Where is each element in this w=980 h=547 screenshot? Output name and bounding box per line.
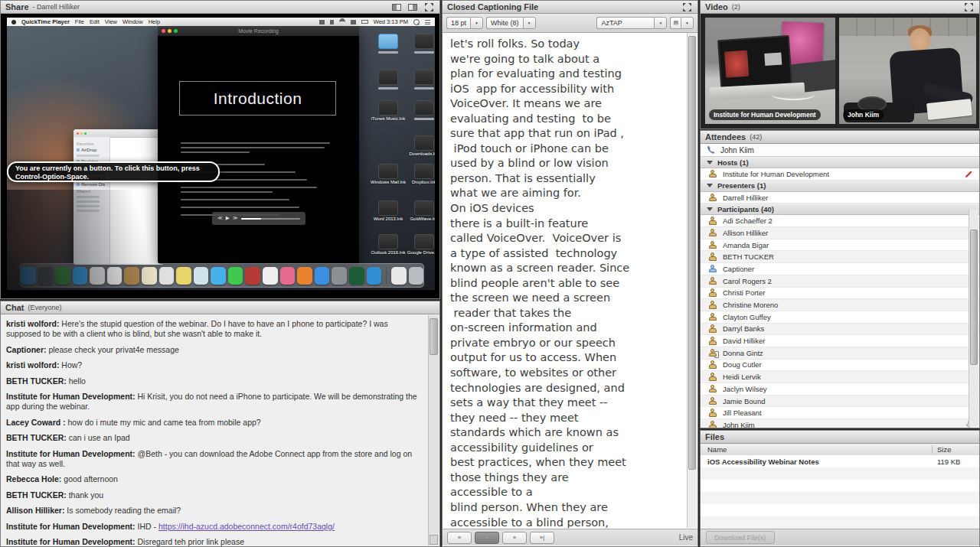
- files-column-headers[interactable]: Name Size: [701, 444, 979, 456]
- attendee-row[interactable]: Jamie Bound: [701, 396, 979, 408]
- desktop-shortcut[interactable]: [407, 70, 435, 90]
- video-fullscreen-button[interactable]: [962, 2, 975, 11]
- cc-pod-header[interactable]: Closed Captioning File: [443, 1, 697, 14]
- cc-fullscreen-button[interactable]: [681, 2, 693, 11]
- green-grid-app-icon[interactable]: [55, 267, 70, 285]
- movie-window-titlebar[interactable]: Movie Recording: [158, 26, 359, 36]
- attendee-row[interactable]: Darrell Hilliker: [701, 192, 979, 204]
- photos-pinwheel-icon[interactable]: [263, 267, 278, 285]
- color-scheme-dropdown[interactable]: White (8) ▼: [486, 17, 536, 29]
- video-pod-header[interactable]: Video (2): [701, 1, 979, 14]
- excel-icon[interactable]: [349, 267, 364, 285]
- attendee-row[interactable]: Adi Schaeffer 2: [701, 215, 979, 227]
- attendee-group-header[interactable]: Participants (40): [701, 203, 979, 215]
- desktop-shortcut[interactable]: GoldWave.lnk: [407, 200, 435, 221]
- zoom-window-icon[interactable]: [84, 132, 87, 135]
- attendee-row[interactable]: David Hilliker: [701, 335, 979, 347]
- quicktime-icon[interactable]: [367, 267, 382, 285]
- download-files-button[interactable]: Download File(s): [706, 531, 775, 544]
- attendee-row[interactable]: Heidi Lervik: [701, 371, 979, 383]
- font-size-dropdown[interactable]: 18 pt ▼: [446, 17, 483, 29]
- textedit-icon[interactable]: [159, 267, 175, 285]
- attendee-row[interactable]: Clayton Guffey: [701, 311, 979, 324]
- chat-scrollbar-thumb[interactable]: [430, 318, 438, 355]
- desktop-shortcut[interactable]: [407, 100, 435, 120]
- launchpad-icon[interactable]: [38, 267, 54, 285]
- attendee-row[interactable]: Jill Pleasant: [701, 407, 979, 419]
- desktop-shortcut[interactable]: [371, 70, 406, 90]
- attendee-row[interactable]: Christi Porter: [701, 288, 979, 300]
- share-fullscreen-button[interactable]: [423, 2, 435, 11]
- apple-menu-icon[interactable]: [11, 20, 16, 24]
- spotlight-search-icon[interactable]: [413, 19, 420, 25]
- volume-icon[interactable]: [351, 20, 356, 24]
- maps-icon[interactable]: [194, 267, 209, 285]
- finder-icon[interactable]: [21, 267, 36, 285]
- notes-icon[interactable]: [142, 267, 157, 285]
- attendees-pod-header[interactable]: Attendees (42): [701, 131, 979, 144]
- desktop-shortcut[interactable]: [407, 34, 435, 54]
- messages-icon[interactable]: [211, 267, 226, 285]
- system-preferences-icon[interactable]: [332, 267, 347, 285]
- attendee-row[interactable]: Doug Cutler: [701, 360, 979, 372]
- file-row[interactable]: iOS Accessibility Webinar Notes 119 KB: [701, 455, 979, 467]
- chat-scrollbar[interactable]: [428, 315, 439, 545]
- photos-app-icon[interactable]: [90, 267, 105, 285]
- calendar-icon[interactable]: [107, 267, 122, 285]
- movie-recording-window[interactable]: Movie Recording Introduction ≪ ▶ ≫: [158, 26, 359, 264]
- cc-next-button[interactable]: »: [502, 532, 527, 544]
- chat-scrollbar-down-button[interactable]: [430, 535, 438, 545]
- desktop-shortcut[interactable]: Google Drive.lnk: [407, 234, 435, 255]
- close-window-icon[interactable]: [77, 132, 79, 135]
- cc-scrollbar-thumb[interactable]: [688, 36, 696, 470]
- desktop-shortcut[interactable]: Windows Mail.lnk: [371, 164, 406, 184]
- playback-controls[interactable]: ≪ ▶ ≫: [212, 212, 305, 225]
- stickies-icon[interactable]: [176, 267, 191, 285]
- chat-pod-header[interactable]: Chat (Everyone): [1, 301, 439, 314]
- attendees-scrollbar-thumb[interactable]: [970, 230, 978, 365]
- menu-item-help[interactable]: Help: [149, 18, 160, 25]
- menu-quicktime[interactable]: QuickTime Player: [21, 18, 70, 25]
- active-speaker-row[interactable]: John Kiim: [701, 144, 979, 157]
- attendee-row[interactable]: Carol Rogers 2: [701, 275, 979, 288]
- desktop-shortcut[interactable]: Outlook 2016.lnk: [371, 234, 406, 255]
- menu-item-edit[interactable]: Edit: [90, 18, 100, 25]
- chat-link[interactable]: https://ihd-azucd.adobeconnect.com/r4ofd…: [158, 522, 335, 531]
- attendee-group-header[interactable]: Presenters (1): [701, 181, 979, 192]
- desktop-shortcut[interactable]: [371, 34, 406, 54]
- document-icon[interactable]: [391, 267, 407, 285]
- finder-window[interactable]: FavoritesAirDropDesktopDocumentsDownload…: [74, 129, 164, 265]
- desktop-shortcut[interactable]: Dropbox.lnk: [407, 164, 435, 184]
- ibooks-icon[interactable]: [297, 267, 312, 285]
- finder-sidebar-item[interactable]: Remote Dis: [77, 182, 109, 187]
- bluetooth-icon[interactable]: [330, 20, 334, 24]
- game-center-icon[interactable]: [245, 267, 260, 285]
- menu-item-view[interactable]: View: [105, 18, 117, 25]
- playback-progress-bar[interactable]: [241, 218, 300, 220]
- attendees-scrollbar[interactable]: [969, 210, 978, 427]
- attendee-row[interactable]: Darryl Banks: [701, 324, 979, 336]
- play-icon[interactable]: ▶: [226, 216, 230, 221]
- share-pod-header[interactable]: Share - Darrell Hilliker: [1, 1, 439, 14]
- rewind-icon[interactable]: ≪: [217, 216, 223, 221]
- notification-center-icon[interactable]: [425, 20, 430, 24]
- attendee-row[interactable]: Jaclyn Wilsey: [701, 383, 979, 396]
- cc-pause-button[interactable]: ·: [475, 532, 499, 544]
- finder-sidebar-item[interactable]: AirDrop: [77, 148, 109, 152]
- column-header-size[interactable]: Size: [932, 445, 979, 454]
- caption-provider-dropdown[interactable]: AzTAP ▼: [596, 17, 667, 29]
- files-pod-header[interactable]: Files: [701, 431, 979, 444]
- safari-icon[interactable]: [73, 267, 88, 285]
- attendee-row[interactable]: Amanda Bigar: [701, 239, 979, 252]
- layout-view-button[interactable]: [390, 2, 403, 11]
- trash-icon[interactable]: [409, 267, 424, 285]
- mirror-icon[interactable]: [319, 20, 325, 24]
- cc-last-button[interactable]: »|: [530, 532, 554, 544]
- app-store-icon[interactable]: [315, 267, 330, 285]
- facetime-icon[interactable]: [228, 267, 243, 285]
- attendee-row[interactable]: Captioner: [701, 263, 979, 275]
- battery-icon[interactable]: [361, 20, 368, 24]
- attendee-row[interactable]: Christine Moreno: [701, 299, 979, 311]
- chevron-down-icon[interactable]: ▼: [654, 17, 667, 29]
- attendee-row[interactable]: Allison Hilliker: [701, 227, 979, 239]
